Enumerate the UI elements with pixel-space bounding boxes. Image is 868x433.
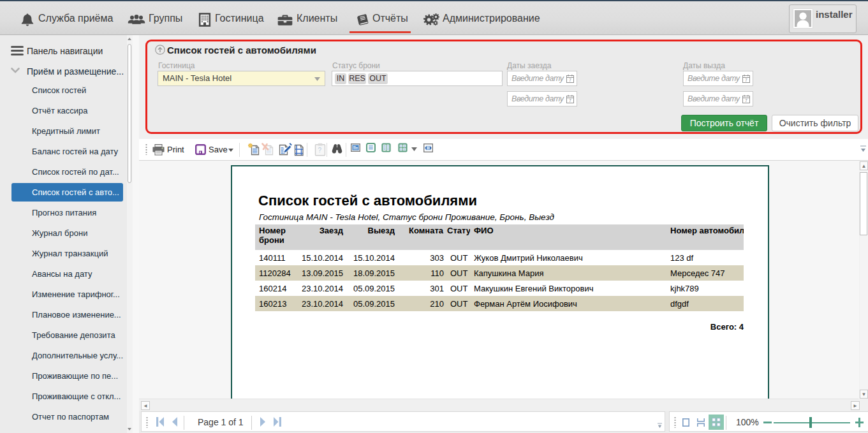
svg-text:7: 7 (569, 78, 571, 82)
svg-text:7: 7 (745, 78, 747, 82)
svg-text:7: 7 (745, 98, 747, 103)
svg-text:7: 7 (569, 98, 571, 103)
svg-text:?: ? (318, 147, 322, 154)
